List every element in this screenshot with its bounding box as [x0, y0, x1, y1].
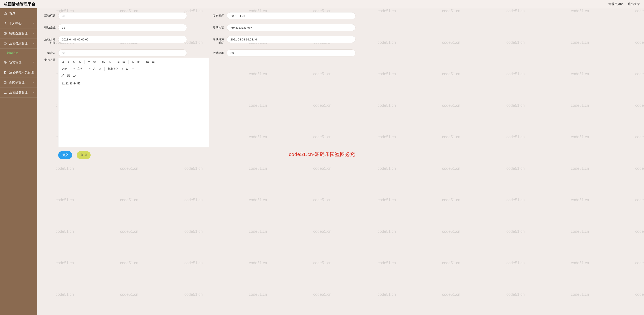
field-publish: 发布时间: [211, 12, 356, 19]
globe-icon: [4, 61, 7, 64]
video-icon[interactable]: [72, 73, 77, 78]
indent-icon[interactable]: [150, 59, 156, 64]
align-icon[interactable]: [124, 66, 130, 71]
chevron-down-icon: ▾: [33, 32, 34, 35]
input-content[interactable]: [227, 24, 356, 31]
label-sponsor: 赞助企业: [42, 24, 56, 29]
field-end: 活动结束时间: [211, 36, 356, 45]
field-title: 活动标题: [42, 12, 187, 19]
sidebar-item-label: 赞助企业管理: [9, 31, 28, 35]
editor-body[interactable]: 11 22 33 44 55: [58, 79, 208, 147]
sidebar-item-label: 新闻稿管理: [9, 80, 24, 84]
chevron-down-icon: ▾: [33, 22, 34, 25]
font-size-select[interactable]: 14px: [60, 66, 76, 71]
news-icon: [4, 81, 7, 84]
label-start: 活动开始时间: [42, 36, 56, 45]
input-end[interactable]: [227, 36, 356, 43]
label-end: 活动结束时间: [211, 36, 224, 45]
strike-icon[interactable]: S: [77, 59, 82, 64]
input-venue[interactable]: [227, 49, 356, 56]
font-family-select[interactable]: 标准字体: [106, 66, 124, 71]
field-venue: 活动场地: [211, 49, 356, 56]
h1-icon[interactable]: H₁: [101, 59, 106, 64]
sidebar-item-7[interactable]: 活动经费管理▾: [0, 87, 37, 98]
admin-label[interactable]: 管理员 abo: [608, 2, 624, 6]
sidebar-item-0[interactable]: 首页: [0, 8, 37, 18]
chevron-down-icon: ▾: [33, 91, 34, 94]
superscript-icon[interactable]: x²: [136, 59, 141, 64]
sidebar-item-label: 首页: [9, 11, 15, 15]
image-icon[interactable]: [66, 73, 71, 78]
form-grid: 活动标题 发布时间 赞助企业 活动内容 活动开始时间 活动结束时间: [42, 12, 356, 56]
field-sponsor: 赞助企业: [42, 24, 187, 31]
clipboard-icon: [4, 71, 7, 74]
sidebar-item-1[interactable]: 个人中心▾: [0, 18, 37, 28]
logout-link[interactable]: 退出登录: [628, 2, 640, 6]
svg-rect-9: [68, 75, 70, 76]
sidebar-item-3[interactable]: 活动信息管理▾: [0, 38, 37, 48]
subscript-icon[interactable]: x₂: [130, 59, 136, 64]
block-style-select[interactable]: 文本: [76, 66, 91, 71]
sidebar-item-label: 活动参与人员管理: [9, 70, 34, 74]
field-content: 活动内容: [211, 24, 356, 31]
sidebar-item-label: 场地管理: [9, 60, 22, 64]
sidebar-item-2[interactable]: 赞助企业管理▾: [0, 28, 37, 38]
home-icon: [4, 11, 7, 15]
h2-icon[interactable]: H₂: [106, 59, 112, 64]
input-publish[interactable]: [227, 12, 356, 19]
info-icon: [4, 42, 7, 45]
field-start: 活动开始时间: [42, 36, 187, 45]
bg-color-icon[interactable]: A: [98, 66, 103, 71]
content-area: 活动标题 发布时间 赞助企业 活动内容 活动开始时间 活动结束时间: [37, 8, 644, 315]
sidebar-item-label: 活动经费管理: [9, 91, 28, 94]
clear-format-icon[interactable]: T×: [130, 66, 135, 71]
quote-icon[interactable]: ❝: [86, 59, 92, 64]
mail-icon: [4, 32, 7, 35]
user-icon: [4, 22, 7, 25]
sidebar-item-6[interactable]: 新闻稿管理▾: [0, 77, 37, 87]
input-title[interactable]: [58, 12, 187, 19]
chevron-down-icon: ▾: [33, 81, 34, 84]
label-participants: 参与人员: [42, 58, 56, 147]
svg-rect-11: [73, 75, 75, 76]
sidebar-item-label: 个人中心: [9, 21, 22, 25]
svg-point-6: [123, 61, 123, 61]
header-bar: 校园活动管理平台 管理员 abo 退出登录: [0, 0, 644, 8]
label-publish: 发布时间: [211, 12, 224, 17]
svg-point-7: [123, 61, 123, 62]
ol-icon[interactable]: [116, 59, 121, 64]
chart-icon: [4, 91, 7, 94]
label-content: 活动内容: [211, 24, 224, 29]
sidebar-item-label: 活动信息管理: [9, 41, 28, 45]
field-leader: 负责人: [42, 49, 187, 56]
sidebar: 首页个人中心▾赞助企业管理▾活动信息管理▾活动信息场地管理▾活动参与人员管理▾新…: [0, 8, 37, 315]
submit-button[interactable]: 提交: [58, 151, 72, 159]
app-title: 校园活动管理平台: [4, 1, 36, 7]
header-right: 管理员 abo 退出登录: [608, 2, 640, 6]
link-icon[interactable]: [60, 73, 66, 78]
chevron-down-icon: ▾: [33, 42, 34, 45]
ul-icon[interactable]: [121, 59, 126, 64]
form-actions: 提交 取消: [42, 151, 639, 159]
field-participants: 参与人员 B I U S ❝ </> H₁ H₂: [42, 58, 209, 147]
label-venue: 活动场地: [211, 49, 224, 55]
code-icon[interactable]: </>: [92, 59, 97, 64]
bold-icon[interactable]: B: [60, 59, 66, 64]
sidebar-subitem[interactable]: 活动信息: [0, 48, 37, 57]
input-start[interactable]: [58, 36, 187, 43]
rich-editor: B I U S ❝ </> H₁ H₂: [58, 58, 209, 147]
font-color-icon[interactable]: A: [92, 66, 97, 71]
sidebar-item-4[interactable]: 场地管理▾: [0, 57, 37, 67]
editor-toolbar: B I U S ❝ </> H₁ H₂: [58, 58, 208, 79]
input-sponsor[interactable]: [58, 24, 187, 31]
input-leader[interactable]: [58, 49, 187, 56]
chevron-down-icon: ▾: [33, 71, 34, 74]
label-title: 活动标题: [42, 12, 56, 17]
chevron-down-icon: ▾: [33, 61, 34, 64]
underline-icon[interactable]: U: [72, 59, 77, 64]
sidebar-item-5[interactable]: 活动参与人员管理▾: [0, 67, 37, 77]
outdent-icon[interactable]: [145, 59, 150, 64]
italic-icon[interactable]: I: [66, 59, 71, 64]
cancel-button[interactable]: 取消: [76, 151, 90, 159]
label-leader: 负责人: [42, 49, 56, 55]
